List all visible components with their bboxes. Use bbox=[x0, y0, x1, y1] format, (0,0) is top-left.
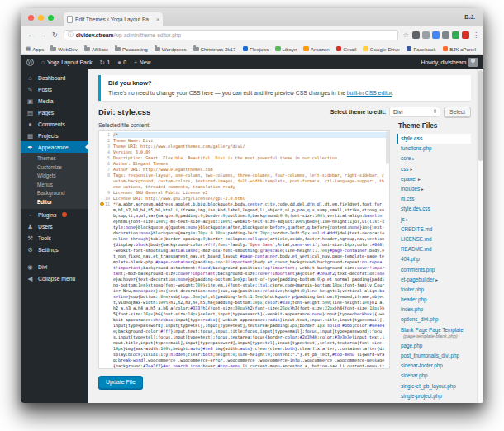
bookmark-item[interactable]: Affiliate bbox=[84, 46, 108, 52]
submenu-item-widgets[interactable]: Widgets bbox=[21, 172, 88, 181]
reload-icon[interactable]: ↻ bbox=[52, 31, 58, 39]
sidebar-item-collapse-menu[interactable]: ◀Collapse menu bbox=[21, 272, 88, 284]
new-content-link[interactable]: + New bbox=[134, 59, 151, 66]
sidebar-item-users[interactable]: ♟Users bbox=[21, 220, 88, 232]
theme-file-link[interactable]: page.php bbox=[397, 340, 471, 350]
bookmark-item[interactable]: Gmail bbox=[336, 46, 357, 52]
theme-file-link[interactable]: single-project.php bbox=[397, 391, 471, 400]
address-bar[interactable]: ⓘ dividev.stream/wp-admin/theme-editor.p… bbox=[64, 30, 398, 40]
bookmark-item[interactable]: Podcasting bbox=[115, 46, 148, 52]
theme-file-link[interactable]: sidebar.php bbox=[397, 371, 471, 381]
close-window-icon[interactable] bbox=[28, 15, 34, 21]
theme-file-link[interactable]: Blank Page Page Template(page-template-b… bbox=[397, 324, 471, 340]
bookmark-item[interactable]: ▦Apps bbox=[26, 45, 44, 52]
site-info-icon[interactable]: ⓘ bbox=[68, 31, 74, 39]
code-line: 3Theme URI: http://www.elegantthemes.com… bbox=[99, 144, 389, 149]
site-name-link[interactable]: ⌂ Yoga Layout Pack bbox=[41, 59, 93, 66]
sidebar-item-posts[interactable]: ✎Posts bbox=[21, 83, 88, 95]
extension-icon[interactable] bbox=[452, 31, 459, 39]
sidebar-item-tools[interactable]: ⚒Tools bbox=[21, 232, 88, 244]
theme-file-link[interactable]: CREDITS.md bbox=[397, 224, 471, 234]
sidebar-item-comments[interactable]: ●Comments bbox=[21, 118, 88, 130]
theme-file-link[interactable]: 404.php bbox=[397, 254, 471, 264]
bookmark-item[interactable]: Amazon bbox=[303, 46, 329, 52]
theme-file-link[interactable]: functions.php bbox=[397, 144, 471, 154]
sidebar-item-settings[interactable]: ⚙Settings bbox=[21, 244, 88, 255]
submenu-item-customize[interactable]: Customize bbox=[21, 163, 88, 173]
submenu-item-editor[interactable]: Editor bbox=[21, 198, 88, 207]
sidebar-item-pages[interactable]: ▤Pages bbox=[21, 107, 88, 118]
theme-file-link[interactable]: post_thumbnails_divi.php bbox=[397, 350, 471, 360]
bookmark-item[interactable]: Christmas 2k17 bbox=[193, 46, 236, 52]
theme-select[interactable]: Divi ⇕ bbox=[389, 107, 440, 117]
my-account-link[interactable]: Howdy, divistream bbox=[421, 58, 478, 67]
theme-file-link[interactable]: css▸ bbox=[397, 163, 471, 173]
theme-file-link[interactable]: comments.php bbox=[397, 264, 471, 274]
tab-title: Edit Themes ‹ Yoga Layout Pa bbox=[75, 17, 154, 22]
bookmark-item[interactable]: Wordpress bbox=[155, 46, 187, 52]
bookmark-item[interactable]: Flexjobs bbox=[243, 46, 269, 52]
page-scrollbar[interactable] bbox=[477, 69, 483, 403]
theme-file-link[interactable]: style.css bbox=[397, 134, 471, 144]
page-scrollbar-thumb[interactable] bbox=[478, 70, 483, 161]
theme-file-link[interactable]: style.dev.css bbox=[397, 204, 471, 214]
minimize-window-icon[interactable] bbox=[38, 15, 44, 21]
editor-scrollbar[interactable] bbox=[386, 131, 389, 164]
submenu-item-menus[interactable]: Menus bbox=[21, 181, 88, 190]
sidebar-item-appearance[interactable]: ✒Appearance bbox=[21, 141, 88, 153]
extension-icon[interactable] bbox=[442, 31, 449, 39]
chrome-profile-name[interactable]: B.J. bbox=[464, 14, 475, 20]
theme-file-link[interactable]: includes▸ bbox=[397, 183, 471, 193]
theme-file-link[interactable]: single-et_pb_layout.php bbox=[397, 381, 471, 391]
bookmark-star-icon[interactable]: ☆ bbox=[403, 31, 409, 39]
extension-icon[interactable] bbox=[422, 31, 430, 39]
bookmark-item[interactable]: Libsyn bbox=[275, 46, 297, 52]
bookmark-item[interactable]: Google Drive bbox=[363, 46, 400, 52]
wordpress-logo-icon[interactable]: W bbox=[26, 59, 34, 66]
submenu-item-background[interactable]: Background bbox=[21, 189, 88, 198]
browser-menu-icon[interactable]: ⋮ bbox=[473, 31, 479, 39]
back-icon[interactable]: ← bbox=[27, 31, 35, 39]
builtin-css-editor-link[interactable]: built-in CSS editor bbox=[347, 90, 392, 96]
update-file-button[interactable]: Update File bbox=[98, 376, 143, 389]
url-host: dividev.stream bbox=[76, 32, 114, 38]
sidebar-item-divi[interactable]: ◉Divi bbox=[21, 261, 88, 272]
bookmark-item[interactable]: BJK cPanel bbox=[443, 46, 477, 52]
sidebar-item-plugins[interactable]: ⌁Plugins bbox=[21, 209, 88, 220]
sidebar-item-dashboard[interactable]: ⌂Dashboard bbox=[21, 72, 88, 83]
theme-file-link[interactable]: sidebar-footer.php bbox=[397, 361, 471, 371]
theme-file-link[interactable]: footer.php bbox=[397, 284, 471, 294]
sidebar-item-media[interactable]: ▣Media bbox=[21, 95, 88, 107]
lint-warning-icon[interactable] bbox=[100, 202, 104, 206]
theme-file-link[interactable]: rtl.css bbox=[397, 194, 471, 204]
updates-link[interactable]: ↻ 1 bbox=[100, 59, 111, 66]
sidebar-item-label: Plugins bbox=[38, 212, 56, 218]
submenu-item-themes[interactable]: Themes bbox=[21, 154, 88, 163]
theme-file-link[interactable]: index.php bbox=[397, 305, 471, 315]
tab-close-icon[interactable]: × bbox=[156, 17, 159, 22]
theme-file-link[interactable]: core▸ bbox=[397, 154, 471, 163]
code-editor[interactable]: 1/*2Theme Name: Divi3Theme URI: http://w… bbox=[98, 130, 390, 369]
theme-file-link[interactable]: single.php bbox=[397, 400, 471, 403]
theme-file-link[interactable]: js▸ bbox=[397, 214, 471, 224]
forward-icon[interactable]: → bbox=[40, 31, 47, 39]
notice-text: There's no need to change your CSS here … bbox=[108, 90, 347, 96]
theme-file-link[interactable]: LICENSE.md bbox=[397, 234, 471, 244]
extension-icon[interactable] bbox=[432, 31, 440, 39]
comments-link[interactable]: ● 0 bbox=[117, 59, 126, 66]
appearance-icon: ✒ bbox=[26, 144, 34, 151]
zoom-window-icon[interactable] bbox=[48, 15, 54, 21]
bookmark-label: BJK cPanel bbox=[449, 46, 476, 52]
bookmark-item[interactable]: Facebook bbox=[407, 46, 436, 52]
sidebar-item-projects[interactable]: ▦Projects bbox=[21, 130, 88, 141]
theme-file-link[interactable]: et-pagebuilder▸ bbox=[397, 274, 471, 284]
select-theme-button[interactable]: Select bbox=[444, 107, 471, 117]
extension-icon[interactable] bbox=[412, 31, 420, 39]
theme-file-link[interactable]: header.php bbox=[397, 295, 471, 305]
theme-file-link[interactable]: epanel▸ bbox=[397, 173, 471, 183]
theme-file-link[interactable]: README.md bbox=[397, 244, 471, 254]
bookmark-item[interactable]: WebDev bbox=[50, 46, 78, 52]
extension-icon[interactable] bbox=[462, 31, 469, 39]
browser-tab[interactable]: Edit Themes ‹ Yoga Layout Pa × bbox=[64, 12, 163, 26]
theme-file-link[interactable]: options_divi.php bbox=[397, 315, 471, 324]
